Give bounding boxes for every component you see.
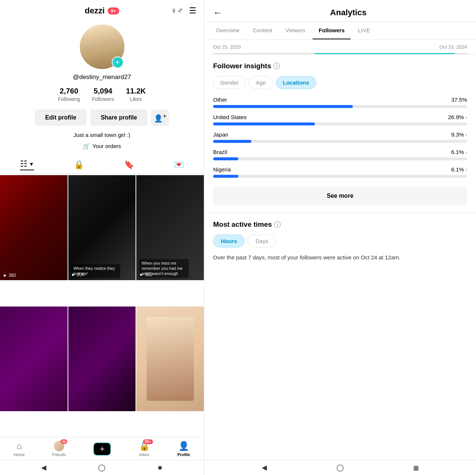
create-button[interactable]: + — [93, 442, 111, 456]
friends-badge: 99 — [61, 439, 67, 444]
tab-content[interactable]: Content — [247, 22, 278, 39]
people-icon[interactable]: ♀♂ — [171, 6, 183, 16]
play-count-3-container: ► 382 — [139, 272, 152, 277]
recents-sys-button[interactable]: ■ — [154, 464, 166, 471]
location-nigeria[interactable]: Nigeria 6.1% › — [213, 166, 467, 178]
video-overlay-1: ► 360 — [0, 271, 68, 280]
liked-tab[interactable]: 💌 — [174, 159, 184, 170]
add-friend-icon: 👤+ — [154, 112, 167, 123]
video-grid: ► 360 When they realize they lost me! ► … — [0, 175, 204, 437]
date-end: Oct 23, 2024 — [440, 44, 467, 50]
location-us-pct: 26.9% › — [448, 114, 467, 120]
location-us[interactable]: United States 26.9% › — [213, 114, 467, 125]
nav-profile[interactable]: 👤 Profile — [177, 441, 190, 457]
followers-stat: 5,094 Followers — [92, 87, 114, 102]
filter-gender[interactable]: Gender — [213, 76, 246, 89]
japan-chevron: › — [465, 132, 467, 138]
location-japan-header: Japan 9.3% › — [213, 131, 467, 138]
video-cell-2[interactable]: When they realize they lost me! ► 206 — [68, 175, 136, 280]
orders-link[interactable]: 🛒 Your orders — [83, 142, 121, 150]
video-overlay-2: When they realize they lost me! — [68, 262, 136, 280]
inbox-label: Inbox — [139, 452, 149, 457]
date-range-fill — [315, 53, 454, 54]
header-icons: ♀♂ ☰ — [171, 6, 196, 16]
nav-home[interactable]: ⌂ Home — [14, 441, 25, 457]
video-cell-4[interactable] — [0, 307, 68, 412]
grid-icon: ☷ — [20, 159, 27, 169]
location-nigeria-name: Nigeria — [213, 166, 231, 173]
user-handle: @destiny_menard27 — [73, 73, 131, 81]
profile-label: Profile — [177, 452, 190, 457]
back-sys-right[interactable]: ◀ — [259, 464, 270, 471]
home-sys-button[interactable]: ◯ — [96, 464, 107, 471]
location-other-bar — [213, 105, 467, 108]
video-cell-6[interactable] — [136, 307, 204, 412]
tab-viewers[interactable]: Viewers — [280, 22, 311, 39]
date-range-track — [213, 53, 467, 54]
back-button[interactable]: ← — [213, 7, 222, 18]
see-more-button[interactable]: See more — [213, 187, 467, 205]
location-us-bar — [213, 122, 467, 125]
most-active-title: Most active times i — [213, 220, 467, 229]
edit-profile-button[interactable]: Edit profile — [35, 109, 87, 126]
likes-stat: 11.2K Likes — [126, 87, 146, 102]
content-tab-bar: ☷ ▼ 🔒 🔖 💌 — [0, 155, 204, 174]
info-icon[interactable]: i — [273, 63, 280, 69]
grid-tab[interactable]: ☷ ▼ — [20, 159, 34, 170]
tab-live[interactable]: LIVE — [352, 22, 376, 39]
menu-icon[interactable]: ☰ — [189, 6, 196, 16]
orders-icon: 🛒 — [83, 142, 90, 150]
bio-text: Just a small town girl :) — [74, 132, 130, 138]
tab-followers[interactable]: Followers — [313, 22, 351, 39]
orders-label: Your orders — [92, 143, 121, 149]
avatar-container: + — [80, 24, 124, 69]
location-japan[interactable]: Japan 9.3% › — [213, 131, 467, 143]
location-us-header: United States 26.9% › — [213, 114, 467, 120]
add-avatar-button[interactable]: + — [112, 56, 124, 68]
filter-locations[interactable]: Locations — [276, 76, 316, 89]
lock-tab[interactable]: 🔒 — [74, 159, 84, 170]
filter-age[interactable]: Age — [249, 76, 273, 89]
location-japan-bar — [213, 140, 467, 143]
share-profile-button[interactable]: Share profile — [90, 109, 147, 126]
nav-friends[interactable]: 99 Friends — [52, 441, 66, 457]
date-range-bar: Oct 25, 2023 Oct 23, 2024 — [204, 40, 476, 55]
back-sys-button[interactable]: ◀ — [38, 464, 49, 471]
bottom-nav: ⌂ Home 99 Friends + 🔒 99+ Inbox 👤 Profil… — [0, 437, 204, 460]
location-japan-name: Japan — [213, 131, 228, 138]
grid-dropdown[interactable]: ▼ — [29, 161, 34, 167]
right-panel: ← Analytics Overview Content Viewers Fol… — [204, 0, 476, 475]
nav-inbox[interactable]: 🔒 99+ Inbox — [139, 441, 150, 457]
tab-overview[interactable]: Overview — [210, 22, 245, 39]
saved-tab[interactable]: 🔖 — [124, 159, 134, 170]
nav-create[interactable]: + — [93, 442, 111, 456]
video-cell-1[interactable]: ► 360 — [0, 175, 68, 280]
hours-tab[interactable]: Hours — [213, 235, 245, 248]
recents-sys-right[interactable]: ▦ — [410, 464, 421, 471]
video-cell-3[interactable]: When you miss me remember you had me and… — [136, 175, 204, 280]
friends-label: Friends — [52, 452, 66, 457]
analytics-title: Analytics — [229, 8, 467, 17]
system-bar-left: ◀ ◯ ■ — [0, 460, 204, 475]
home-sys-right[interactable]: ◯ — [335, 464, 346, 471]
system-bar-right: ◀ ◯ ▦ — [204, 460, 476, 475]
following-count: 2,760 — [60, 87, 78, 95]
location-nigeria-fill — [213, 175, 238, 178]
home-icon: ⌂ — [16, 441, 22, 451]
location-brazil[interactable]: Brazil 6.1% › — [213, 149, 467, 160]
add-friend-button[interactable]: 👤+ — [151, 109, 169, 126]
filter-tabs: Gender Age Locations — [213, 76, 467, 89]
notification-badge[interactable]: 9+ — [108, 7, 119, 14]
location-nigeria-header: Nigeria 6.1% › — [213, 166, 467, 173]
following-label: Following — [58, 96, 80, 102]
days-tab[interactable]: Days — [248, 235, 276, 248]
location-other: Other 37.5% — [213, 96, 467, 108]
following-stat: 2,760 Following — [58, 87, 80, 102]
active-description: Over the past 7 days, most of your follo… — [213, 253, 467, 262]
home-label: Home — [14, 452, 25, 457]
video-cell-5[interactable] — [68, 307, 136, 412]
active-info-icon[interactable]: i — [274, 221, 281, 228]
liked-icon: 💌 — [174, 160, 184, 170]
brazil-chevron: › — [465, 149, 467, 155]
lock-icon: 🔒 — [74, 160, 84, 170]
